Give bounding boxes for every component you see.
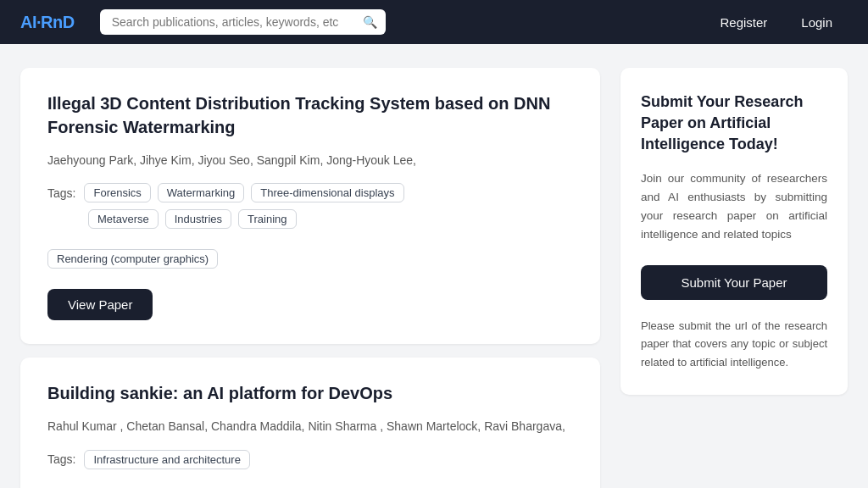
sidebar: Submit Your Research Paper on Artificial… [620, 68, 848, 488]
paper-title-2: Building sankie: an AI platform for DevO… [47, 381, 573, 405]
register-button[interactable]: Register [704, 8, 782, 36]
brand-logo[interactable]: AI·RnD [20, 13, 75, 32]
search-bar: 🔍 [100, 9, 386, 35]
main-container: Illegal 3D Content Distribution Tracking… [0, 44, 868, 488]
brand-text: AI·RnD [20, 13, 75, 31]
tag-industries[interactable]: Industries [165, 209, 231, 229]
nav-actions: Register Login [704, 8, 848, 36]
sidebar-description: Join our community of researchers and AI… [641, 169, 827, 245]
tags-row-2a: Tags: Infrastructure and architecture [47, 450, 573, 469]
tag-metaverse[interactable]: Metaverse [88, 209, 159, 229]
sidebar-note: Please submit the url of the research pa… [641, 317, 827, 371]
login-button[interactable]: Login [786, 8, 848, 36]
view-paper-button-1[interactable]: View Paper [47, 289, 153, 320]
paper-authors-1: Jaehyoung Park, Jihye Kim, Jiyou Seo, Sa… [47, 151, 573, 169]
submit-paper-button[interactable]: Submit Your Paper [641, 265, 827, 300]
tag-training[interactable]: Training [238, 209, 296, 229]
search-input[interactable] [100, 9, 386, 35]
tag-watermarking[interactable]: Watermarking [158, 183, 244, 202]
tag-rendering[interactable]: Rendering (computer graphics) [47, 249, 218, 269]
search-icon: 🔍 [363, 15, 377, 29]
navbar: AI·RnD 🔍 Register Login [0, 0, 868, 44]
sidebar-title: Submit Your Research Paper on Artificial… [641, 92, 827, 156]
tags-row-2: Metaverse Industries Training [88, 209, 573, 229]
paper-card-2: Building sankie: an AI platform for DevO… [20, 358, 600, 488]
paper-title-1: Illegal 3D Content Distribution Tracking… [47, 92, 573, 139]
tags-row-1: Tags: Forensics Watermarking Three-dimen… [47, 183, 573, 202]
paper-authors-2: Rahul Kumar , Chetan Bansal, Chandra Mad… [47, 417, 573, 435]
tag-infrastructure[interactable]: Infrastructure and architecture [84, 450, 249, 469]
content-area: Illegal 3D Content Distribution Tracking… [20, 68, 600, 488]
tags-label-2: Tags: [47, 452, 75, 466]
sidebar-card: Submit Your Research Paper on Artificial… [620, 68, 848, 395]
tags-label-1: Tags: [47, 186, 75, 200]
tag-three-dimensional[interactable]: Three-dimensional displays [251, 183, 403, 202]
paper-card-1: Illegal 3D Content Distribution Tracking… [20, 68, 600, 344]
tags-row-3: Rendering (computer graphics) [47, 249, 573, 269]
tag-forensics[interactable]: Forensics [84, 183, 150, 202]
